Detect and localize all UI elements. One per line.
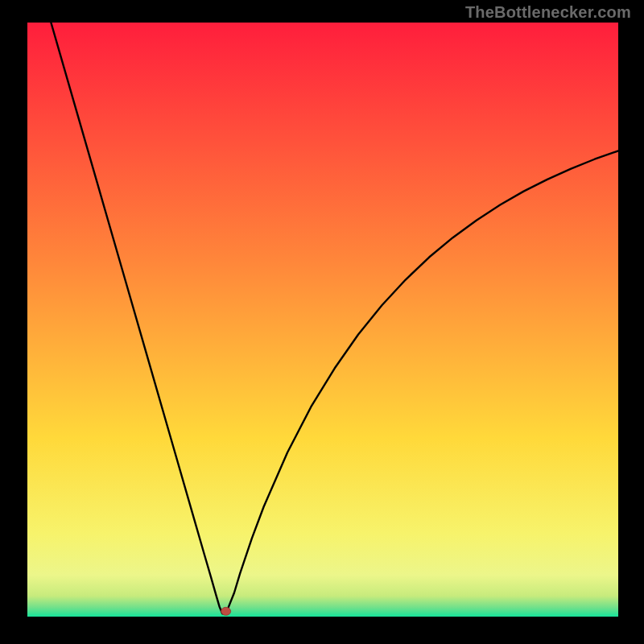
chart-background [27, 23, 618, 617]
watermark-text: TheBottlenecker.com [465, 3, 631, 22]
bottleneck-chart [27, 23, 618, 617]
chart-frame: TheBottlenecker.com [0, 0, 644, 644]
minimum-marker [221, 607, 231, 615]
